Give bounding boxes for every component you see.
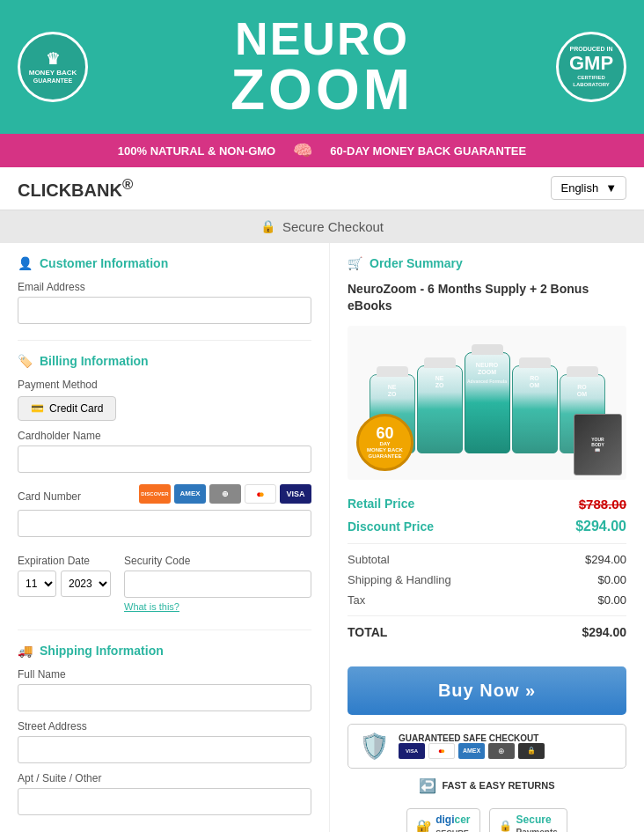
secure-payments-label: SecurePayments	[516, 814, 558, 832]
day-label: DAY	[379, 441, 390, 447]
expiry-security-row: Expiration Date 01020304 05060708 091011…	[18, 546, 311, 612]
digicer-row: 🔐 digicerSECURE 🔒 SecurePayments	[406, 808, 567, 832]
left-column: 👤 Customer Information Email Address 🏷️ …	[0, 243, 330, 832]
guarantee-text: GUARANTEE	[33, 77, 72, 85]
shipping-info-title: Shipping Information	[40, 644, 164, 658]
gmp-text: GMP	[569, 52, 613, 75]
shield-icon: 🛡️	[359, 732, 390, 761]
secure-checkout-label: Secure Checkout	[282, 219, 384, 234]
security-code-label: Security Code	[124, 555, 311, 567]
retail-price: $788.00	[579, 497, 626, 512]
what-is-this-link[interactable]: What is this?	[124, 601, 311, 612]
secure-checkout-bar: 🔒 Secure Checkout	[0, 210, 644, 243]
tax-row: Tax $0.00	[348, 590, 626, 610]
billing-info-section: 🏷️ Billing Information	[18, 354, 311, 368]
language-label: English	[560, 181, 598, 195]
ebook-image: YOURBODY📖	[574, 414, 622, 475]
street-input[interactable]	[18, 736, 311, 763]
subtotal-value: $294.00	[585, 553, 626, 566]
visa-badge: VISA	[399, 743, 425, 759]
retail-label: Retail Price	[348, 497, 414, 511]
brain-icon: 🧠	[293, 141, 312, 160]
tax-value: $0.00	[597, 593, 626, 607]
lock-icon: 🔒	[260, 219, 275, 233]
customer-info-section: 👤 Customer Information	[18, 256, 311, 270]
divider	[18, 340, 311, 341]
customer-info-title: Customer Information	[40, 256, 168, 270]
money-back-label: MONEY BACK	[367, 447, 403, 453]
chevron-down-icon: ▼	[605, 181, 617, 195]
bottle-3: NEUROZOOM Advanced Formula	[465, 352, 510, 453]
main-content: 👤 Customer Information Email Address 🏷️ …	[0, 243, 644, 832]
other-badge2: 🔒	[518, 743, 545, 759]
card-number-label: Card Number	[18, 490, 81, 503]
guarantee-badge: 60 DAY MONEY BACK GUARANTEE	[356, 414, 413, 471]
total-value: $294.00	[582, 625, 626, 639]
cap	[424, 357, 456, 368]
gmp-badge: PRODUCED IN GMP CERTIFIED LABORATORY	[556, 32, 626, 102]
billing-info-title: Billing Information	[40, 354, 149, 368]
cardholder-label: Cardholder Name	[18, 430, 311, 442]
apt-input[interactable]	[18, 788, 311, 815]
guarantee-text: 60-DAY MONEY BACK GUARANTEE	[330, 144, 526, 158]
clickbank-bar: CLICKBANK® English ▼	[0, 167, 644, 210]
fast-returns-badge: ↩️ FAST & EASY RETURNS	[419, 777, 554, 794]
tag-icon: 🏷️	[18, 354, 33, 368]
card-number-input[interactable]	[18, 510, 311, 537]
bottle-2: NEZO	[417, 365, 463, 453]
cap	[567, 366, 598, 377]
language-selector[interactable]: English ▼	[551, 176, 626, 200]
email-input[interactable]	[18, 297, 311, 324]
buy-now-button[interactable]: Buy Now »	[348, 666, 626, 715]
pricing-section: Retail Price $788.00 Discount Price $294…	[348, 493, 626, 643]
expiry-month-select[interactable]: 01020304 05060708 09101112	[18, 571, 56, 597]
right-column: 🛒 Order Summary NeuroZoom - 6 Months Sup…	[330, 243, 644, 832]
registered-icon: ®	[122, 176, 133, 193]
total-row: TOTAL $294.00	[348, 622, 626, 643]
secure-payments-badge: 🔒 SecurePayments	[489, 808, 567, 832]
shipping-value: $0.00	[597, 573, 626, 586]
email-label: Email Address	[18, 281, 311, 293]
shipping-row: Shipping & Handling $0.00	[348, 570, 626, 590]
full-name-input[interactable]	[18, 684, 311, 711]
security-code-input[interactable]	[124, 571, 311, 598]
visa-icon: VISA	[280, 484, 311, 504]
other-badge1: ⊕	[488, 743, 515, 759]
retail-price-row: Retail Price $788.00	[348, 493, 626, 515]
money-back-badge: ♛ MONEY BACK GUARANTEE	[18, 32, 88, 102]
person-icon: 👤	[18, 256, 33, 270]
brand-zoom: ZOOM	[231, 62, 413, 118]
credit-card-icon: 💳	[31, 402, 44, 415]
shipping-label: Shipping & Handling	[348, 573, 451, 586]
credit-card-button[interactable]: 💳 Credit Card	[18, 396, 116, 421]
lock-blue-icon: 🔐	[416, 819, 431, 832]
billing-section: 🏷️ Billing Information Payment Method 💳 …	[18, 340, 311, 612]
payment-icons: VISA ●● AMEX ⊕ 🔒	[399, 743, 545, 759]
discount-label: Discount Price	[348, 519, 434, 534]
product-title: NeuroZoom - 6 Months Supply + 2 Bonus eB…	[348, 281, 626, 315]
natural-text: 100% NATURAL & NON-GMO	[118, 144, 275, 158]
street-label: Street Address	[18, 720, 311, 733]
cart-icon: 🛒	[348, 256, 362, 270]
country-group: Country United States Canada United King…	[18, 824, 158, 832]
expiry-year-select[interactable]: 202020212022 202320242025 202620272028	[61, 571, 111, 597]
discover-icon: DISCOVER	[139, 484, 171, 504]
expiry-selects: 01020304 05060708 09101112 202020212022 …	[18, 571, 111, 597]
guaranteed-safe-text: GUARANTEED SAFE CHECKOUT	[399, 733, 545, 743]
produced-in-text: PRODUCED IN	[569, 46, 612, 52]
brand-title: NEURO ZOOM	[231, 16, 413, 118]
header-banner: ♛ MONEY BACK GUARANTEE NEURO ZOOM PRODUC…	[0, 0, 644, 134]
expiry-label: Expiration Date	[18, 555, 111, 567]
order-summary-title: Order Summary	[370, 256, 463, 270]
shipping-divider	[18, 630, 311, 630]
safe-checkout-info: GUARANTEED SAFE CHECKOUT VISA ●● AMEX ⊕ …	[399, 733, 545, 759]
mastercard-icon: ●●	[245, 484, 276, 504]
safe-checkout-section: 🛡️ GUARANTEED SAFE CHECKOUT VISA ●● AMEX…	[348, 724, 626, 832]
days-text: 60	[376, 425, 393, 441]
order-summary-header: 🛒 Order Summary	[348, 256, 626, 270]
truck-icon: 🚚	[18, 644, 33, 658]
digicer-badge: 🔐 digicerSECURE	[406, 808, 479, 832]
subtotal-row: Subtotal $294.00	[348, 549, 626, 570]
secure-shield-icon: 🔒	[499, 820, 512, 832]
cardholder-name-input[interactable]	[18, 445, 311, 473]
